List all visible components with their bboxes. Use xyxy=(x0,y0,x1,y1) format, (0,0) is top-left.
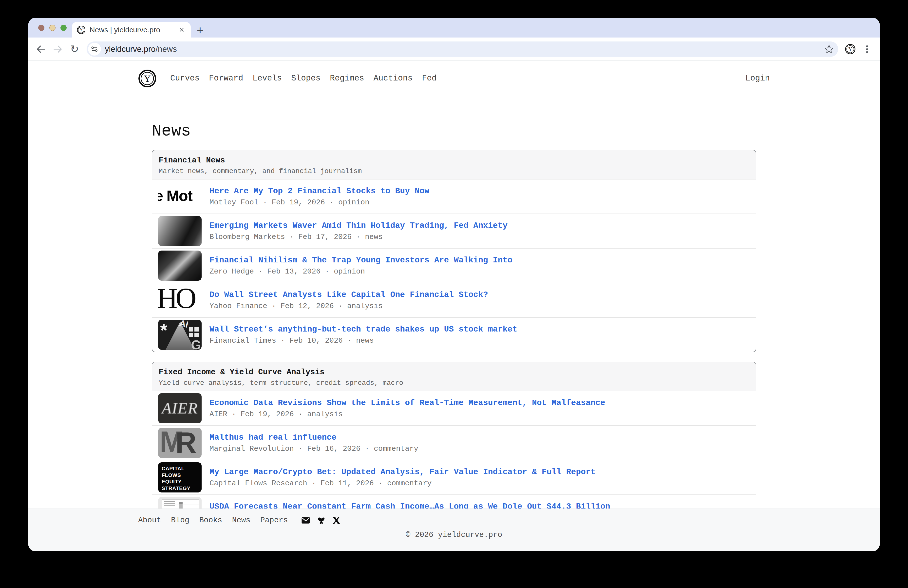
nav-auctions[interactable]: Auctions xyxy=(374,74,412,83)
footer-social-icons xyxy=(301,516,340,524)
footer-blog-link[interactable]: Blog xyxy=(171,516,189,525)
page-title: News xyxy=(152,122,756,140)
nav-slopes[interactable]: Slopes xyxy=(291,74,320,83)
login-link[interactable]: Login xyxy=(745,74,770,83)
article-link[interactable]: Economic Data Revisions Show the Limits … xyxy=(209,398,605,408)
section-subtitle: Yield curve analysis, term structure, cr… xyxy=(159,379,749,387)
footer-books-link[interactable]: Books xyxy=(199,516,222,525)
article-meta: Bloomberg Markets · Feb 17, 2026 · news xyxy=(209,233,507,241)
minimize-window-button[interactable] xyxy=(49,25,56,31)
three-dot-menu-icon xyxy=(861,44,873,55)
footer-nav: About Blog Books News Papers xyxy=(138,516,770,525)
forward-button[interactable] xyxy=(51,42,65,56)
news-item: e Mot Here Are My Top 2 Financial Stocks… xyxy=(152,179,756,214)
nav-forward[interactable]: Forward xyxy=(209,74,243,83)
reload-icon: ↻ xyxy=(70,44,79,54)
maximize-window-button[interactable] xyxy=(60,25,67,31)
x-icon[interactable] xyxy=(332,516,340,524)
news-item: AIER Economic Data Revisions Show the Li… xyxy=(152,391,756,425)
nav-curves[interactable]: Curves xyxy=(170,74,200,83)
article-link[interactable]: Do Wall Street Analysts Like Capital One… xyxy=(209,290,488,300)
article-meta: Financial Times · Feb 10, 2026 · news xyxy=(209,337,517,345)
article-link[interactable]: Financial Nihilism & The Trap Young Inve… xyxy=(209,256,512,265)
site-header: Y Curves Forward Levels Slopes Regimes A… xyxy=(28,61,880,96)
news-item: Emerging Markets Waver Amid Thin Holiday… xyxy=(152,214,756,248)
tune-icon xyxy=(90,45,99,53)
favicon-y-logo-icon: Y xyxy=(77,26,85,34)
article-thumbnail[interactable]: * AI G xyxy=(158,320,201,350)
browser-menu-button[interactable] xyxy=(860,42,874,56)
news-item: HO Do Wall Street Analysts Like Capital … xyxy=(152,283,756,317)
address-bar[interactable]: yieldcurve.pro/news xyxy=(87,42,838,57)
section-title: Fixed Income & Yield Curve Analysis xyxy=(159,367,749,377)
article-meta: Zero Hedge · Feb 13, 2026 · opinion xyxy=(209,267,512,276)
article-link[interactable]: Wall Street’s anything-but-tech trade sh… xyxy=(209,325,517,334)
svg-text:Y: Y xyxy=(144,73,151,84)
bookmark-star-icon[interactable] xyxy=(824,44,834,54)
new-tab-button[interactable]: + xyxy=(193,23,207,37)
browser-tab-strip: Y News | yieldcurve.pro + xyxy=(28,18,880,37)
article-thumbnail[interactable] xyxy=(158,216,201,246)
article-meta: Capital Flows Research · Feb 11, 2026 · … xyxy=(209,479,596,488)
site-logo-y-icon[interactable]: Y xyxy=(138,69,156,88)
tab-title: News | yieldcurve.pro xyxy=(90,26,174,34)
article-meta: AIER · Feb 19, 2026 · analysis xyxy=(209,410,605,419)
close-window-button[interactable] xyxy=(38,25,44,31)
article-thumbnail[interactable] xyxy=(158,251,201,281)
section-financial-news: Financial News Market news, commentary, … xyxy=(152,150,756,352)
chart-legend-graphic xyxy=(164,501,175,507)
article-link[interactable]: Malthus had real influence xyxy=(209,433,418,442)
article-link[interactable]: Emerging Markets Waver Amid Thin Holiday… xyxy=(209,221,507,230)
main-nav: Curves Forward Levels Slopes Regimes Auc… xyxy=(170,74,437,83)
forward-arrow-icon xyxy=(52,43,63,55)
google-g-glyph: G xyxy=(191,337,201,350)
page-viewport: Y Curves Forward Levels Slopes Regimes A… xyxy=(28,61,880,551)
nav-fed[interactable]: Fed xyxy=(422,74,436,83)
news-item: Financial Nihilism & The Trap Young Inve… xyxy=(152,248,756,283)
browser-tab[interactable]: Y News | yieldcurve.pro xyxy=(72,22,191,37)
email-icon[interactable] xyxy=(301,517,310,524)
walmart-spark-glyph: * xyxy=(160,320,167,341)
section-fixed-income: Fixed Income & Yield Curve Analysis Yiel… xyxy=(152,362,756,530)
svg-text:Y: Y xyxy=(848,46,852,52)
browser-window: Y News | yieldcurve.pro + ↻ xyxy=(28,18,880,551)
url-path: /news xyxy=(155,44,177,53)
footer-about-link[interactable]: About xyxy=(138,516,161,525)
article-thumbnail[interactable]: CAPITAL FLOWS EQUITY STRATEGY xyxy=(158,462,201,493)
section-header: Fixed Income & Yield Curve Analysis Yiel… xyxy=(152,362,756,391)
extension-button[interactable]: Y xyxy=(843,42,857,56)
bluesky-icon[interactable] xyxy=(317,516,325,524)
back-arrow-icon xyxy=(35,43,47,55)
yieldcurve-extension-icon: Y xyxy=(845,44,856,55)
nav-levels[interactable]: Levels xyxy=(253,74,282,83)
site-settings-chip[interactable] xyxy=(88,43,101,56)
tab-close-icon[interactable] xyxy=(177,26,186,34)
copyright-text: © 2026 yieldcurve.pro xyxy=(138,530,770,539)
nav-regimes[interactable]: Regimes xyxy=(330,74,364,83)
article-thumbnail[interactable]: MR xyxy=(158,428,201,458)
section-title: Financial News xyxy=(159,156,749,165)
url-text[interactable]: yieldcurve.pro/news xyxy=(105,44,177,54)
article-link[interactable]: Here Are My Top 2 Financial Stocks to Bu… xyxy=(209,187,429,196)
article-thumbnail[interactable]: e Mot xyxy=(158,181,201,211)
article-meta: Marginal Revolution · Feb 16, 2026 · com… xyxy=(209,445,418,453)
url-domain: yieldcurve.pro xyxy=(105,44,155,53)
news-item: * AI G Wall Street’s anything-but-tech t… xyxy=(152,317,756,352)
browser-toolbar: ↻ yieldcurve.pro/news Y xyxy=(28,37,880,61)
article-meta: Motley Fool · Feb 19, 2026 · opinion xyxy=(209,198,429,206)
reload-button[interactable]: ↻ xyxy=(68,42,82,56)
footer-papers-link[interactable]: Papers xyxy=(260,516,288,525)
article-meta: Yahoo Finance · Feb 12, 2026 · analysis xyxy=(209,302,488,310)
news-item: MR Malthus had real influence Marginal R… xyxy=(152,425,756,460)
footer-news-link[interactable]: News xyxy=(232,516,250,525)
svg-text:Y: Y xyxy=(80,27,83,32)
back-button[interactable] xyxy=(34,42,48,56)
article-link[interactable]: My Large Macro/Crypto Bet: Updated Analy… xyxy=(209,467,596,477)
article-thumbnail[interactable]: AIER xyxy=(158,393,201,423)
news-item: CAPITAL FLOWS EQUITY STRATEGY My Large M… xyxy=(152,460,756,495)
site-footer: About Blog Books News Papers xyxy=(28,509,880,551)
article-thumbnail[interactable]: HO xyxy=(158,285,201,315)
section-header: Financial News Market news, commentary, … xyxy=(152,150,756,179)
microsoft-squares-glyph xyxy=(189,327,199,337)
window-controls xyxy=(38,25,67,31)
